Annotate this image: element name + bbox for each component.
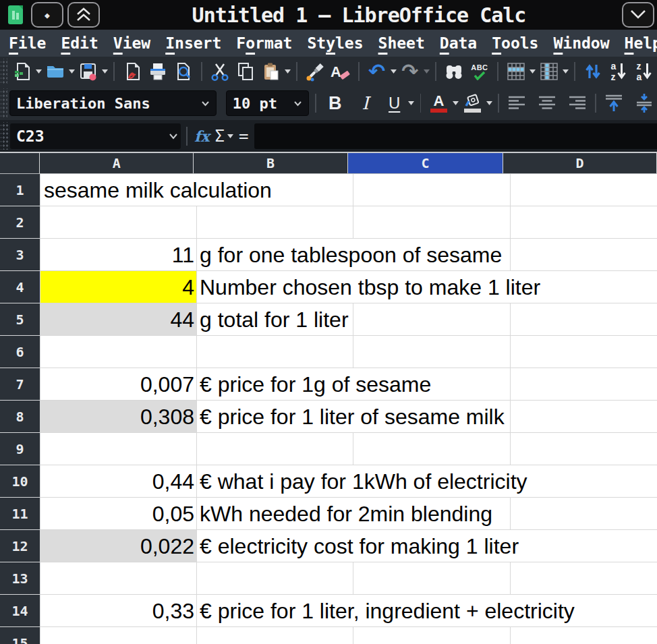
cell-D15[interactable] (511, 627, 657, 644)
row-header-7[interactable]: 7 (0, 368, 40, 401)
cell-A9[interactable] (40, 433, 196, 465)
print-preview-button[interactable] (171, 59, 196, 84)
function-wizard-button[interactable]: fx (194, 127, 210, 145)
font-color-button[interactable]: A (426, 90, 451, 116)
underline-dropdown[interactable] (407, 90, 416, 116)
cell-C2[interactable] (353, 206, 510, 238)
autosum-button[interactable]: Σ (215, 127, 225, 146)
open-dropdown[interactable] (68, 59, 76, 84)
titlebar-chevrons-up-button[interactable] (67, 2, 100, 28)
menu-data[interactable]: Data (432, 34, 484, 52)
font-color-dropdown[interactable] (451, 90, 459, 116)
cell-C13[interactable] (353, 562, 510, 594)
menu-view[interactable]: View (106, 34, 158, 52)
row-header-4[interactable]: 4 (0, 271, 40, 303)
export-pdf-button[interactable] (120, 59, 144, 84)
highlight-color-dropdown[interactable] (485, 90, 493, 116)
row-header-1[interactable]: 1 (0, 174, 40, 206)
cell-C1[interactable] (353, 174, 510, 206)
cell-A4[interactable] (40, 271, 196, 303)
redo-dropdown[interactable] (423, 59, 430, 84)
column-dropdown[interactable] (562, 59, 569, 84)
cell-B2[interactable] (197, 206, 353, 238)
font-name-combo[interactable]: Liberation Sans (9, 90, 217, 116)
menu-format[interactable]: Format (229, 34, 299, 52)
undo-button[interactable]: ↶ (365, 59, 389, 84)
name-box[interactable]: C23 (10, 123, 181, 149)
cell-D6[interactable] (511, 336, 657, 368)
menu-insert[interactable]: Insert (158, 34, 229, 52)
row-header-5[interactable]: 5 (0, 303, 40, 336)
align-center-button[interactable] (535, 90, 559, 116)
cell-D9[interactable] (511, 433, 657, 465)
row-header-10[interactable]: 10 (0, 465, 40, 498)
cell-B6[interactable] (197, 336, 353, 368)
titlebar-chevron-down-button[interactable] (622, 2, 654, 28)
row-header-6[interactable]: 6 (0, 336, 40, 368)
highlight-color-button[interactable] (460, 90, 484, 116)
insert-column-button[interactable] (537, 59, 561, 84)
row-header-14[interactable]: 14 (0, 595, 40, 627)
undo-dropdown[interactable] (390, 59, 397, 84)
cell-D2[interactable] (511, 206, 657, 238)
center-vertically-button[interactable] (632, 90, 656, 116)
toolbar-drag-handle[interactable] (1, 59, 7, 84)
cell-D3[interactable] (511, 239, 657, 270)
new-document-button[interactable] (10, 59, 34, 84)
align-right-button[interactable] (565, 90, 590, 116)
cell-D7[interactable] (511, 368, 657, 400)
formula-input[interactable] (254, 123, 657, 149)
align-top-button[interactable] (602, 90, 626, 116)
cell-C15[interactable] (353, 627, 510, 644)
row-header-8[interactable]: 8 (0, 401, 40, 433)
spelling-button[interactable]: ABC (467, 59, 492, 84)
sort-ascending-button[interactable]: a z (606, 59, 631, 84)
cell-A2[interactable] (40, 206, 196, 238)
row-header-15[interactable]: 15 (0, 627, 40, 644)
menu-styles[interactable]: Styles (299, 34, 370, 52)
sort-button[interactable] (581, 59, 605, 84)
italic-button[interactable]: I (353, 90, 378, 116)
new-document-dropdown[interactable] (35, 59, 42, 84)
sort-descending-button[interactable]: z a (632, 59, 656, 84)
cell-B15[interactable] (197, 627, 353, 644)
menu-edit[interactable]: Edit (53, 34, 105, 52)
menu-sheet[interactable]: Sheet (371, 34, 432, 52)
paste-button[interactable] (259, 59, 283, 84)
cell-D11[interactable] (511, 498, 657, 529)
find-replace-button[interactable] (442, 59, 466, 84)
print-button[interactable] (146, 59, 170, 84)
cell-C6[interactable] (353, 336, 510, 368)
font-size-combo[interactable]: 10 pt (226, 90, 309, 116)
cell-A13[interactable] (40, 562, 196, 594)
underline-button[interactable]: U (382, 90, 407, 116)
copy-button[interactable] (233, 59, 258, 84)
row-header-12[interactable]: 12 (0, 530, 40, 562)
align-left-button[interactable] (505, 90, 529, 116)
row-header-3[interactable]: 3 (0, 239, 40, 271)
column-header-C[interactable]: C (348, 153, 503, 173)
row-header-2[interactable]: 2 (0, 206, 40, 239)
cell-D8[interactable] (511, 401, 657, 432)
cell-D5[interactable] (511, 303, 657, 335)
cell-B9[interactable] (197, 433, 353, 465)
cell-C5[interactable] (353, 303, 510, 335)
redo-button[interactable]: ↷ (398, 59, 422, 84)
menu-window[interactable]: Window (546, 34, 617, 52)
cell-B13[interactable] (197, 562, 353, 594)
menu-file[interactable]: File (1, 34, 53, 52)
cell-D10[interactable] (511, 465, 657, 497)
menu-tools[interactable]: Tools (484, 34, 546, 52)
open-button[interactable] (43, 59, 67, 84)
autosum-dropdown[interactable] (226, 134, 235, 138)
column-header-A[interactable]: A (40, 153, 194, 173)
column-header-D[interactable]: D (503, 153, 657, 173)
formula-button[interactable]: = (239, 127, 248, 146)
bold-button[interactable]: B (323, 90, 347, 116)
clear-formatting-button[interactable]: A (328, 59, 353, 84)
cut-button[interactable] (208, 59, 232, 84)
cell-A6[interactable] (40, 336, 196, 368)
cell-D13[interactable] (511, 562, 657, 594)
menu-help[interactable]: Help (617, 34, 657, 52)
paste-dropdown[interactable] (284, 59, 291, 84)
